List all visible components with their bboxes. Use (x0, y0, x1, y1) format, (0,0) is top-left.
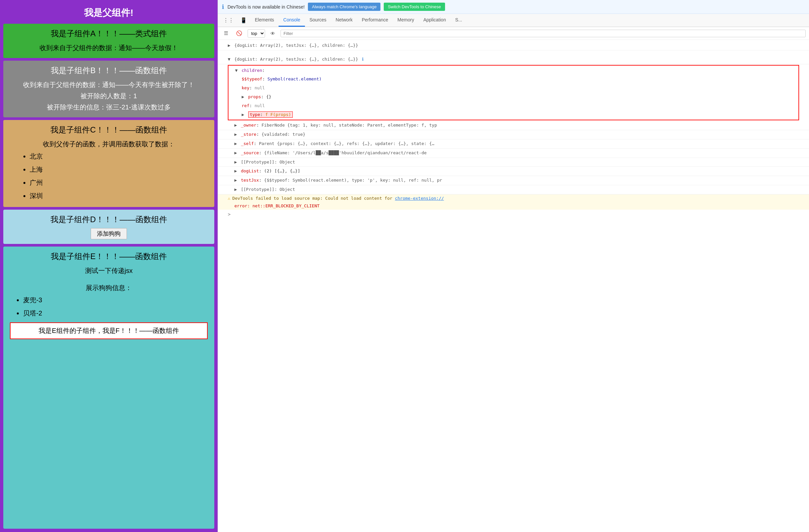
child-a-title: 我是子组件A！！！——类式组件 (10, 28, 208, 39)
child-e-line2: 展示狗狗信息： (10, 282, 208, 293)
left-panel: 我是父组件! 我是子组件A！！！——类式组件 收到来自于父组件的数据：通知——今… (0, 0, 218, 532)
switch-chinese-button[interactable]: Switch DevTools to Chinese (384, 3, 445, 11)
match-language-button[interactable]: Always match Chrome's language (308, 3, 380, 11)
typeof-line: $$typeof: Symbol(react.element) (228, 75, 798, 84)
child-c-block: 我是子组件C！！！——函数组件 收到父传子的函数，并调用函数获取了数据： 北京 … (3, 120, 214, 207)
console-spacer (218, 50, 809, 55)
console-obj-1: {dogList: Array(2), testJsx: {…}, childr… (235, 43, 358, 48)
children-arrow[interactable] (235, 68, 240, 73)
eye-icon-button[interactable]: 👁 (268, 29, 278, 38)
child-b-line1: 收到来自于父组件的数据：通知——今天有学生被开除了！ (10, 79, 208, 90)
tab-application[interactable]: Application (419, 14, 451, 27)
parent-title: 我是父组件! (3, 3, 214, 21)
info-badge: ℹ (362, 57, 364, 62)
error-text: error: net::ERR_BLOCKED_BY_CLIENT (235, 203, 320, 208)
context-selector[interactable]: top (247, 29, 265, 38)
store-line[interactable]: _store: {validated: true} (218, 130, 809, 139)
child-a-content: 收到来自于父组件的数据：通知——今天放假！ (10, 42, 208, 53)
owner-arrow[interactable] (235, 123, 240, 127)
children-highlight-box: children: $$typeof: Symbol(react.element… (228, 65, 799, 121)
console-output-area: {dogList: Array(2), testJsx: {…}, childr… (218, 40, 809, 532)
child-b-line2: 被开除的人数是：1 (10, 90, 208, 102)
type-highlight-box: type: f F(props) (248, 111, 293, 118)
expand-arrow-2[interactable] (228, 57, 233, 62)
self-arrow[interactable] (235, 141, 240, 146)
child-e-title: 我是子组件E！！！——函数组件 (10, 251, 208, 262)
devtools-mobile-icon[interactable]: 📱 (237, 15, 250, 26)
self-line[interactable]: _self: Parent {props: {…}, context: {…},… (218, 139, 809, 149)
console-prompt[interactable]: > (218, 210, 809, 219)
tab-console[interactable]: Console (279, 14, 305, 27)
clear-console-button[interactable]: 🚫 (234, 29, 245, 38)
devtools-notification-bar: ℹ DevTools is now available in Chinese! … (218, 0, 809, 14)
children-key-line[interactable]: children: (228, 66, 798, 75)
type-arrow[interactable] (242, 112, 247, 117)
tab-sources[interactable]: Sources (305, 14, 331, 27)
warning-link[interactable]: chrome-extension:// (395, 196, 444, 201)
store-arrow[interactable] (235, 132, 240, 137)
child-c-city-list: 北京 上海 广州 深圳 (10, 150, 208, 202)
sidebar-toggle-button[interactable]: ☰ (221, 29, 231, 38)
console-line-2[interactable]: {dogList: Array(2), testJsx: {…}, childr… (218, 55, 809, 64)
children-key: children (242, 68, 262, 73)
devtools-tabs-bar: ⋮⋮ 📱 Elements Console Sources Network Pe… (218, 14, 809, 27)
tab-performance[interactable]: Performance (357, 14, 393, 27)
doglist-arrow[interactable] (235, 168, 240, 173)
child-f-text: 我是E组件的子组件，我是F！！！——函数组件 (38, 327, 179, 334)
tab-memory[interactable]: Memory (393, 14, 419, 27)
dog-list: 麦兜-3 贝塔-2 (10, 293, 208, 320)
child-d-block: 我是子组件D！！！——函数组件 添加狗狗 (3, 210, 214, 244)
console-filter-input[interactable] (280, 30, 806, 37)
testjsx-arrow[interactable] (235, 178, 240, 183)
source-line[interactable]: _source: {fileName: '/Users/l██a/s████'h… (218, 149, 809, 158)
tab-network[interactable]: Network (331, 14, 357, 27)
child-b-line3: 被开除学生的信息：张三-21-逃课次数过多 (10, 102, 208, 113)
tab-elements[interactable]: Elements (250, 14, 279, 27)
doglist-line[interactable]: dogList: (2) [{…}, {…}] (218, 167, 809, 176)
city-item-shanghai: 上海 (30, 163, 208, 176)
prototype1-arrow[interactable] (235, 159, 240, 165)
child-d-title: 我是子组件D！！！——函数组件 (10, 214, 208, 225)
child-c-title: 我是子组件C！！！——函数组件 (10, 125, 208, 135)
prototype2-line[interactable]: [[Prototype]]: Object (218, 185, 809, 194)
city-item-beijing: 北京 (30, 150, 208, 163)
type-line[interactable]: type: f F(props) (228, 110, 798, 119)
owner-line[interactable]: _owner: FiberNode {tag: 1, key: null, st… (218, 121, 809, 130)
child-e-block: 我是子组件E！！！——函数组件 测试一下传递jsx 展示狗狗信息： 麦兜-3 贝… (3, 246, 214, 529)
prototype2-arrow[interactable] (235, 187, 240, 192)
props-line[interactable]: props: {} (228, 92, 798, 102)
source-arrow[interactable] (235, 150, 240, 155)
console-toolbar: ☰ 🚫 top 👁 (218, 27, 809, 40)
props-arrow[interactable] (242, 94, 247, 99)
city-item-shenzhen: 深圳 (30, 189, 208, 202)
child-f-block: 我是E组件的子组件，我是F！！！——函数组件 (10, 322, 208, 339)
warning-line: ⚠ DevTools failed to load source map: Co… (218, 194, 809, 202)
info-icon: ℹ (222, 3, 224, 11)
key-line: key: null (228, 84, 798, 92)
console-obj-2: {dogList: Array(2), testJsx: {…}, childr… (235, 57, 358, 62)
dog-item-maodou: 麦兜-3 (23, 293, 208, 307)
expand-arrow-1[interactable] (228, 43, 233, 48)
warning-text: DevTools failed to load source map: Coul… (233, 196, 444, 201)
devtools-panel: ℹ DevTools is now available in Chinese! … (218, 0, 809, 532)
prototype1-line[interactable]: [[Prototype]]: Object (218, 158, 809, 167)
child-b-block: 我是子组件B！！！——函数组件 收到来自于父组件的数据：通知——今天有学生被开除… (3, 61, 214, 117)
warning-error-line: error: net::ERR_BLOCKED_BY_CLIENT (218, 202, 809, 210)
devtools-dock-icon[interactable]: ⋮⋮ (220, 15, 237, 26)
child-c-line1: 收到父传子的函数，并调用函数获取了数据： (10, 138, 208, 150)
notif-text: DevTools is now available in Chinese! (227, 4, 305, 10)
add-dog-button[interactable]: 添加狗狗 (91, 228, 127, 239)
testjsx-line[interactable]: testJsx: {$$typeof: Symbol(react.element… (218, 176, 809, 185)
dog-item-beita: 贝塔-2 (23, 307, 208, 320)
warning-icon: ⚠ (228, 196, 230, 201)
city-item-guangzhou: 广州 (30, 176, 208, 189)
child-a-block: 我是子组件A！！！——类式组件 收到来自于父组件的数据：通知——今天放假！ (3, 24, 214, 58)
prompt-symbol: > (228, 212, 230, 217)
child-b-title: 我是子组件B！！！——函数组件 (10, 65, 208, 76)
child-e-line1: 测试一下传递jsx (10, 265, 208, 276)
tab-more[interactable]: S... (451, 14, 467, 27)
ref-line: ref: null (228, 102, 798, 110)
console-line-1[interactable]: {dogList: Array(2), testJsx: {…}, childr… (218, 41, 809, 50)
